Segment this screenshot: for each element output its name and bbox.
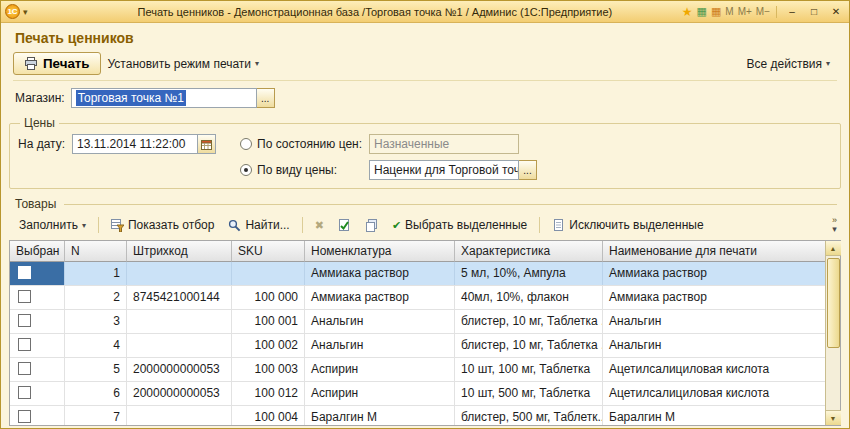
column-header-nomenclature[interactable]: Номенклатура [305, 241, 455, 262]
cell-n[interactable]: 7 [65, 406, 127, 425]
column-header-barcode[interactable]: Штрихкод [127, 241, 232, 262]
maximize-button[interactable]: □ [805, 5, 823, 19]
cell-characteristic[interactable]: 40мл, 10%, флакон [455, 286, 603, 309]
cell-print-name[interactable]: Ацетилсалициловая кислота [603, 358, 825, 381]
cell-sku[interactable]: 100 004 [232, 406, 305, 425]
cell-print-name[interactable]: Баралгин М [603, 406, 825, 425]
row-select-cell[interactable] [10, 382, 65, 405]
row-checkbox[interactable] [18, 362, 31, 375]
memory-mplus-button[interactable]: M+ [738, 6, 752, 17]
cell-barcode[interactable] [127, 334, 232, 357]
close-button[interactable]: ✕ [827, 5, 845, 19]
service-grid-icon[interactable]: ▦ [697, 6, 707, 17]
cell-print-name[interactable]: Анальгин [603, 334, 825, 357]
cell-print-name[interactable]: Аммиака раствор [603, 286, 825, 309]
row-select-cell[interactable] [10, 334, 65, 357]
table-row[interactable]: 1 Аммиака раствор 5 мл, 10%, Ампула Амми… [10, 262, 825, 286]
row-checkbox[interactable] [18, 290, 31, 303]
date-input[interactable]: 13.11.2014 11:22:00 [72, 134, 198, 154]
cell-sku[interactable]: 100 012 [232, 382, 305, 405]
column-header-n[interactable]: N [65, 241, 127, 262]
select-selected-button[interactable]: ✔ Выбрать выделенные [386, 215, 533, 235]
cell-barcode[interactable]: 2000000000053 [127, 382, 232, 405]
cell-characteristic[interactable]: 10 шт, 100 мг, Таблетка [455, 358, 603, 381]
row-checkbox[interactable] [18, 314, 31, 327]
table-row[interactable]: 7 100 004 Баралгин М блистер, 500 мг, Та… [10, 406, 825, 425]
cell-n[interactable]: 4 [65, 334, 127, 357]
cell-barcode[interactable]: 2000000000053 [127, 358, 232, 381]
row-checkbox[interactable] [18, 386, 31, 399]
favorites-star-icon[interactable]: ★ [682, 5, 693, 19]
scrollbar-thumb[interactable] [827, 258, 840, 348]
cell-nomenclature[interactable]: Аспирин [305, 358, 455, 381]
system-menu-caret-icon[interactable]: ▾ [23, 7, 28, 17]
cell-nomenclature[interactable]: Аспирин [305, 382, 455, 405]
memory-m-button[interactable]: M [725, 6, 733, 17]
cell-sku[interactable]: 100 003 [232, 358, 305, 381]
by-state-radio[interactable] [240, 138, 252, 150]
row-select-cell[interactable] [10, 406, 65, 425]
row-checkbox[interactable] [18, 410, 31, 423]
cell-characteristic[interactable]: блистер, 500 мг, Таблетк... [455, 406, 603, 425]
cell-nomenclature[interactable]: Аммиака раствор [305, 286, 455, 309]
cell-n[interactable]: 1 [65, 262, 127, 285]
table-row[interactable]: 5 2000000000053 100 003 Аспирин 10 шт, 1… [10, 358, 825, 382]
cell-nomenclature[interactable]: Баралгин М [305, 406, 455, 425]
scroll-up-button[interactable]: ▲ [826, 241, 841, 256]
cell-barcode[interactable] [127, 262, 232, 285]
cell-barcode[interactable] [127, 310, 232, 333]
row-select-cell[interactable] [10, 358, 65, 381]
cell-characteristic[interactable]: блистер, 10 мг, Таблетка ... [455, 310, 603, 333]
column-header-characteristic[interactable]: Характеристика [455, 241, 603, 262]
cell-print-name[interactable]: Анальгин [603, 310, 825, 333]
all-actions-button[interactable]: Все действия ▾ [740, 53, 837, 75]
row-select-cell[interactable] [10, 310, 65, 333]
by-kind-option[interactable]: По виду цены: Наценки для Торговой точки… [240, 160, 832, 180]
cell-barcode[interactable]: 8745421000144 [127, 286, 232, 309]
by-kind-input[interactable]: Наценки для Торговой точки N [369, 160, 519, 180]
calculator-icon[interactable]: ▦ [711, 6, 721, 17]
cell-n[interactable]: 3 [65, 310, 127, 333]
row-select-cell[interactable] [10, 286, 65, 309]
cell-sku[interactable]: 100 002 [232, 334, 305, 357]
cell-n[interactable]: 5 [65, 358, 127, 381]
calendar-button[interactable] [198, 134, 216, 154]
exclude-selected-button[interactable]: Исключить выделенные [546, 215, 709, 235]
column-header-sku[interactable]: SKU [232, 241, 305, 262]
table-row[interactable]: 3 100 001 Анальгин блистер, 10 мг, Табле… [10, 310, 825, 334]
store-input[interactable]: Торговая точка №1 [71, 88, 257, 108]
app-logo-icon[interactable]: 1С [5, 4, 20, 19]
set-print-mode-button[interactable]: Установить режим печати ▾ [101, 53, 267, 75]
cell-characteristic[interactable]: блистер, 10 мг, Таблетка ... [455, 334, 603, 357]
cell-nomenclature[interactable]: Аммиака раствор [305, 262, 455, 285]
row-select-cell[interactable] [10, 262, 65, 285]
table-row[interactable]: 6 2000000000053 100 012 Аспирин 10 шт, 5… [10, 382, 825, 406]
column-header-print-name[interactable]: Наименование для печати [603, 241, 825, 262]
cell-print-name[interactable]: Аммиака раствор [603, 262, 825, 285]
check-all-button[interactable] [332, 216, 357, 235]
cell-sku[interactable] [232, 262, 305, 285]
column-header-selected[interactable]: Выбран [10, 241, 65, 262]
cell-characteristic[interactable]: 10 шт, 500 мг, Таблетка [455, 382, 603, 405]
uncheck-all-button[interactable] [359, 216, 384, 235]
scroll-down-button[interactable]: ▼ [826, 410, 841, 425]
show-filter-button[interactable]: Показать отбор [105, 215, 220, 235]
cell-nomenclature[interactable]: Анальгин [305, 310, 455, 333]
row-checkbox[interactable] [18, 266, 31, 279]
by-state-option[interactable]: По состоянию цен: Назначенные [240, 134, 832, 154]
toolbar-overflow-button[interactable]: » ▾ [832, 216, 837, 234]
print-button[interactable]: Печать [13, 52, 101, 75]
minimize-button[interactable]: – [783, 5, 801, 19]
by-kind-choose-button[interactable]: ... [519, 160, 537, 180]
cell-barcode[interactable] [127, 406, 232, 425]
by-kind-radio[interactable] [240, 164, 252, 176]
cell-sku[interactable]: 100 000 [232, 286, 305, 309]
fill-button[interactable]: Заполнить ▾ [13, 215, 92, 235]
vertical-scrollbar[interactable]: ▲ ▼ [825, 241, 840, 425]
row-checkbox[interactable] [18, 338, 31, 351]
clear-search-button[interactable]: ✖ [309, 216, 330, 235]
cell-nomenclature[interactable]: Анальгин [305, 334, 455, 357]
find-button[interactable]: Найти... [222, 215, 295, 235]
table-row[interactable]: 4 100 002 Анальгин блистер, 10 мг, Табле… [10, 334, 825, 358]
cell-sku[interactable]: 100 001 [232, 310, 305, 333]
